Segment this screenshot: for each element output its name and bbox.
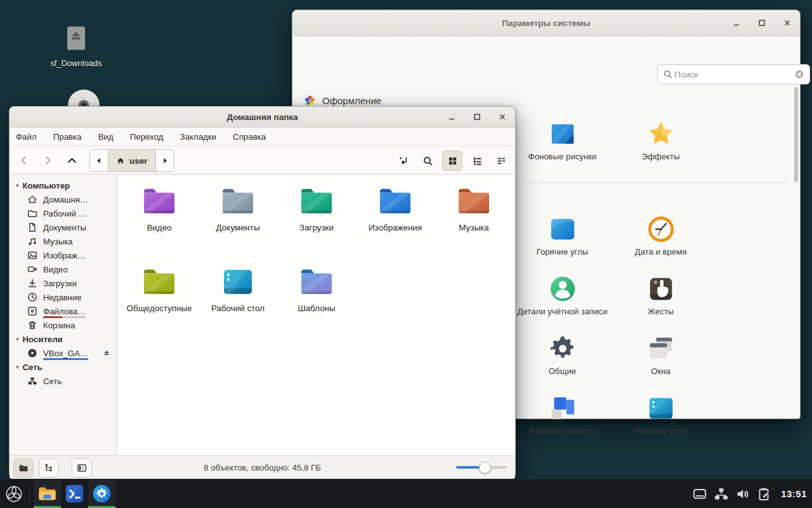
zoom-slider[interactable] [456, 463, 507, 472]
show-places-button[interactable] [13, 458, 34, 478]
toggle-location-entry-icon[interactable] [394, 151, 413, 170]
sidebar-item-0-8[interactable]: Файлова… [10, 304, 116, 318]
sidebar-item-0-4[interactable]: Изображ… [10, 248, 116, 262]
drive-eject-icon [63, 25, 89, 53]
settings-tile-effects[interactable]: Эффекты [612, 119, 710, 163]
sidebar-section-1[interactable]: ▾Носители [10, 332, 116, 346]
settings-search-box[interactable] [657, 64, 810, 84]
minimize-icon[interactable] [447, 112, 457, 122]
desktop-icon-sf-downloads[interactable]: sf_Downloads [38, 25, 114, 68]
expander-icon[interactable]: ▾ [16, 336, 19, 342]
up-button[interactable] [63, 151, 81, 169]
settings-scrollbar[interactable] [794, 87, 798, 182]
file-item-label: Документы [216, 223, 259, 232]
settings-tile-label: Эффекты [642, 152, 680, 163]
sidebar-section-2[interactable]: ▾Сеть [10, 360, 116, 374]
sidebar-item-label: Корзина [43, 321, 75, 330]
datetime-icon [646, 215, 676, 244]
settings-tile-account[interactable]: Детали учётной записи [513, 271, 612, 330]
settings-titlebar[interactable]: Параметры системы [292, 10, 800, 36]
sidebar-item-0-0[interactable]: Домашня… [10, 192, 116, 206]
close-icon[interactable] [497, 112, 508, 122]
sidebar-item-0-2[interactable]: Документы [10, 220, 116, 234]
settings-tile-label: Дата и время [635, 247, 687, 258]
maximize-icon[interactable] [757, 18, 767, 28]
file-item-folder-2[interactable]: Загрузки [277, 184, 356, 264]
close-icon[interactable] [782, 18, 792, 28]
minimize-icon[interactable] [731, 18, 742, 28]
breadcrumb-prev-button[interactable] [90, 150, 108, 171]
show-treeview-button[interactable] [39, 458, 59, 478]
clear-search-icon[interactable] [794, 69, 804, 79]
sidebar-item-0-7[interactable]: Недавние [10, 290, 116, 304]
breadcrumb-next-button[interactable] [156, 150, 174, 171]
settings-tile-windows[interactable]: Окна [612, 330, 710, 390]
sidebar-item-0-5[interactable]: Видео [10, 262, 116, 276]
file-item-folder-7[interactable]: Шаблоны [277, 264, 356, 345]
file-item-label: Рабочий стол [211, 304, 265, 313]
clipboard-tray-icon[interactable] [757, 486, 772, 502]
settings-tile-backgrounds[interactable]: Фоновые рисунки [513, 119, 612, 163]
menubar-item-2[interactable]: Вид [98, 132, 114, 142]
eject-button[interactable] [102, 349, 111, 358]
forward-button[interactable] [39, 151, 56, 169]
zoom-slider-thumb[interactable] [479, 462, 491, 474]
menubar-item-4[interactable]: Закладки [180, 132, 217, 142]
sidebar-item-0-9[interactable]: Корзина [10, 318, 116, 332]
settings-tile-general[interactable]: Общие [513, 330, 612, 390]
sidebar-item-0-6[interactable]: Загрузки [10, 276, 116, 290]
settings-taskbar-button[interactable] [88, 480, 115, 508]
file-item-folder-4[interactable]: Музыка [435, 184, 513, 264]
sidebar-item-label: Музыка [43, 237, 73, 246]
file-manager-window-title: Домашняя папка [226, 112, 298, 122]
search-input[interactable] [673, 69, 794, 80]
file-item-folder-1[interactable]: Документы [199, 184, 277, 264]
sidebar-item-1-0[interactable]: VBox_GA… [10, 346, 116, 360]
file-manager-titlebar[interactable]: Домашняя папка [10, 107, 515, 128]
menu-button[interactable] [0, 481, 28, 507]
breadcrumb-current[interactable]: user [108, 150, 156, 171]
settings-tile-hotcorners[interactable]: Горячие углы [513, 211, 612, 271]
settings-tile-datetime[interactable]: Дата и время [612, 211, 710, 271]
menubar-item-5[interactable]: Справка [233, 132, 266, 142]
back-button[interactable] [15, 151, 32, 169]
file-item-desktop[interactable]: Рабочий стол [199, 264, 277, 345]
volume-tray-icon[interactable] [735, 486, 750, 502]
files-taskbar-button[interactable] [34, 480, 61, 508]
sidebar-item-0-1[interactable]: Рабочий … [10, 206, 116, 220]
sidebar-section-0[interactable]: ▾Компьютер [10, 178, 116, 192]
file-item-folder-0[interactable]: Видео [120, 184, 199, 264]
settings-tile-workspaces[interactable]: Рабочие области [513, 390, 612, 450]
terminal-taskbar-button[interactable] [61, 480, 88, 508]
running-indicator [88, 506, 115, 508]
toggle-sidebar-button[interactable] [72, 458, 92, 478]
settings-tile-label: Жесты [648, 307, 674, 318]
menubar-item-1[interactable]: Правка [53, 132, 82, 142]
file-item-folder-3[interactable]: Изображения [356, 184, 435, 264]
workspaces-icon [548, 394, 577, 423]
compact-view-button[interactable] [492, 151, 511, 170]
file-manager-window: Домашняя папка ФайлПравкаВидПереходЗакла… [9, 106, 516, 476]
sidebar-item-2-0[interactable]: Сеть [10, 374, 116, 388]
menubar-item-0[interactable]: Файл [16, 132, 37, 142]
expander-icon[interactable]: ▾ [16, 364, 19, 370]
display-tray-icon[interactable] [692, 486, 707, 502]
settings-tile-label: Горячие углы [537, 247, 588, 258]
icon-view-button[interactable] [442, 150, 462, 171]
list-view-button[interactable] [468, 151, 487, 170]
desktop-icon [646, 394, 676, 423]
network-tray-icon[interactable] [714, 486, 729, 502]
menubar-item-3[interactable]: Переход [130, 132, 164, 142]
folder-icon [27, 208, 37, 218]
file-item-label: Общедоступные [127, 304, 192, 313]
taskbar-clock[interactable]: 13:51 [781, 488, 807, 499]
gestures-icon [646, 274, 676, 304]
sidebar-item-0-3[interactable]: Музыка [10, 234, 116, 248]
expander-icon[interactable]: ▾ [16, 182, 19, 189]
file-item-folder-5[interactable]: Общедоступные [120, 264, 199, 345]
search-icon[interactable] [418, 151, 437, 170]
settings-tile-desktop[interactable]: Рабочий стол [612, 390, 710, 450]
file-item-label: Изображения [369, 223, 422, 232]
settings-tile-gestures[interactable]: Жесты [612, 271, 710, 330]
maximize-icon[interactable] [472, 112, 482, 122]
